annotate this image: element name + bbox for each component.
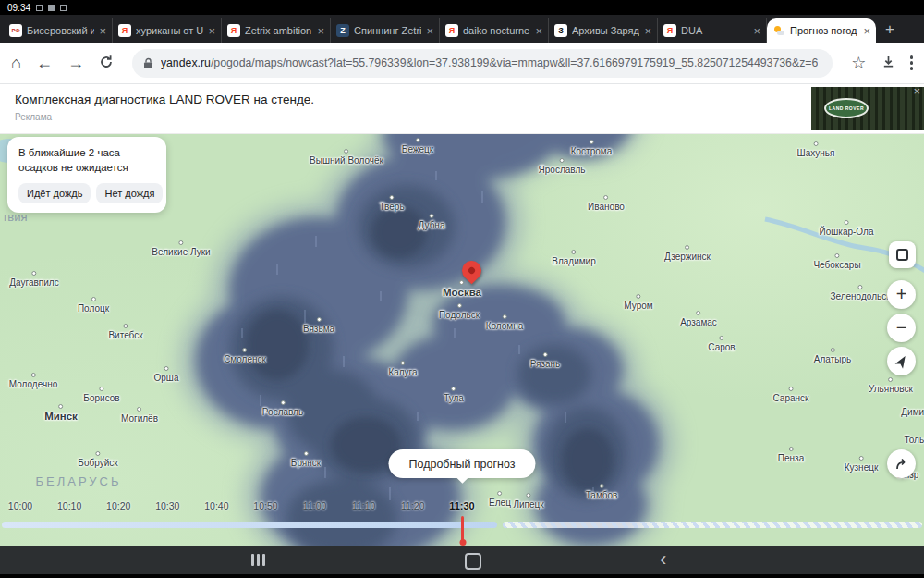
yandex-favicon-icon: Я bbox=[445, 24, 458, 37]
tab-close-icon[interactable]: × bbox=[99, 25, 106, 37]
tab-close-icon[interactable]: × bbox=[535, 25, 542, 37]
bookmark-star-icon[interactable]: ☆ bbox=[851, 55, 866, 71]
city-label: Кузнецк bbox=[845, 456, 879, 473]
timeline-tick: 11:10 bbox=[352, 500, 376, 511]
map-viewport[interactable]: ПсковВышний ВолочёкБежецкКостромаШахунья… bbox=[0, 134, 924, 546]
city-label: Полоцк bbox=[78, 297, 109, 314]
city-label: Подольск bbox=[439, 303, 480, 320]
city-label: Бобруйск bbox=[78, 451, 117, 468]
zetrix-favicon-icon: Z bbox=[336, 24, 349, 37]
tab-label: daiko nocturne s bbox=[463, 25, 530, 36]
city-label: Саров bbox=[708, 336, 735, 352]
home-icon[interactable]: ⌂ bbox=[11, 55, 21, 71]
tab-close-icon[interactable]: × bbox=[753, 25, 760, 37]
city-label: Рославль bbox=[262, 400, 303, 417]
lock-icon bbox=[143, 57, 153, 69]
tab-close-icon[interactable]: × bbox=[863, 25, 870, 37]
tab-label: Прогноз погод bbox=[790, 25, 858, 36]
city-label: Вязьма bbox=[303, 317, 334, 334]
tab-close-icon[interactable]: × bbox=[317, 25, 324, 37]
android-nav-bar: ‹ bbox=[0, 546, 924, 578]
timeline-track-past[interactable] bbox=[2, 522, 497, 528]
report-rain-button[interactable]: Идёт дождь bbox=[18, 183, 91, 203]
timeline-tick: 10:50 bbox=[253, 500, 277, 511]
tab-close-icon[interactable]: × bbox=[208, 25, 215, 37]
city-label: Тула bbox=[444, 387, 464, 403]
new-tab-button[interactable]: + bbox=[885, 20, 894, 39]
home-nav-icon[interactable] bbox=[465, 553, 481, 570]
url-domain: yandex.ru bbox=[161, 56, 211, 69]
city-label: Борисов bbox=[83, 387, 119, 403]
city-label: Могилёв bbox=[121, 407, 158, 424]
back-nav-icon[interactable]: ‹ bbox=[660, 547, 666, 572]
notification-icon bbox=[36, 5, 43, 11]
timeline-track-future[interactable] bbox=[503, 522, 922, 528]
tab[interactable]: РФБисеровский и× bbox=[4, 18, 113, 43]
region-label: БЕЛАРУСЬ bbox=[36, 474, 122, 488]
yandex-favicon-icon: Я bbox=[227, 24, 240, 37]
address-bar[interactable]: yandex.ru/pogoda/maps/nowcast?lat=55.796… bbox=[132, 49, 833, 78]
city-label: Тамбов bbox=[586, 484, 618, 500]
layers-button[interactable] bbox=[889, 241, 916, 268]
timeline-tick: 10:10 bbox=[57, 500, 81, 511]
tab-label: Спиннинг Zetrix bbox=[354, 25, 421, 36]
share-icon bbox=[894, 458, 908, 471]
zaryad-favicon-icon: З bbox=[554, 24, 567, 37]
detail-forecast-button[interactable]: Подробный прогноз bbox=[388, 449, 535, 478]
timeline-tick: 10:30 bbox=[155, 500, 179, 511]
tab-label: DUA bbox=[681, 25, 748, 36]
tab-label: Бисеровский и bbox=[27, 25, 94, 36]
tab[interactable]: ЯZetrix ambition 2× bbox=[222, 18, 331, 43]
city-label: Муром bbox=[624, 294, 652, 311]
city-label: Зеленодольск bbox=[830, 285, 890, 301]
city-label: Даугавпилс bbox=[9, 271, 58, 288]
overflow-menu-icon[interactable] bbox=[910, 55, 914, 70]
recent-apps-icon[interactable] bbox=[251, 554, 265, 566]
yandex-favicon-icon: Я bbox=[118, 24, 131, 37]
tab[interactable]: ЯDUA× bbox=[658, 18, 767, 43]
ad-title: Комплексная диагностика LAND ROVER на ст… bbox=[15, 92, 314, 106]
city-label: Вышний Волочёк bbox=[310, 149, 383, 166]
city-label: Минск bbox=[44, 404, 78, 423]
city-label: Пенза bbox=[778, 447, 804, 463]
back-icon[interactable]: ← bbox=[36, 55, 53, 71]
city-label: Москва bbox=[443, 280, 481, 299]
tab-close-icon[interactable]: × bbox=[644, 25, 651, 37]
timeline-marker-dot bbox=[459, 539, 466, 546]
timeline-tick: 11:20 bbox=[401, 500, 425, 511]
tab[interactable]: Яdaiko nocturne s× bbox=[440, 18, 549, 43]
tab[interactable]: ZСпиннинг Zetrix× bbox=[331, 18, 440, 43]
city-label: Владимир bbox=[552, 250, 596, 266]
geolocate-button[interactable] bbox=[887, 347, 916, 375]
report-no-rain-button[interactable]: Нет дождя bbox=[96, 183, 163, 203]
url-text: yandex.ru/pogoda/maps/nowcast?lat=55.796… bbox=[161, 56, 818, 69]
tab-strip: РФБисеровский и×Яхуриканы от UF×ЯZetrix … bbox=[0, 15, 924, 43]
geolocate-arrow-icon bbox=[894, 354, 909, 369]
timeline-marker[interactable] bbox=[461, 516, 464, 541]
share-button[interactable] bbox=[887, 449, 916, 478]
forward-icon[interactable]: → bbox=[67, 55, 84, 71]
city-label: Арзамас bbox=[680, 311, 717, 327]
tab-close-icon[interactable]: × bbox=[426, 25, 433, 37]
nowcast-card: В ближайшие 2 часа осадков не ожидается … bbox=[7, 137, 166, 213]
tab-label: Zetrix ambition 2 bbox=[245, 25, 312, 36]
ad-close-icon[interactable]: × bbox=[913, 84, 920, 98]
status-time: 09:34 bbox=[7, 3, 30, 13]
browser-toolbar: ⌂ ← → yandex.ru/pogoda/maps/nowcast?lat=… bbox=[0, 43, 924, 84]
download-icon[interactable] bbox=[881, 55, 895, 71]
tab-label: Архивы Зарядн bbox=[572, 25, 639, 36]
city-label: Дубна bbox=[419, 214, 445, 230]
city-label: Кострома bbox=[571, 140, 613, 156]
zoom-out-button[interactable]: − bbox=[887, 314, 916, 342]
ad-disclaimer-label: Реклама bbox=[15, 112, 52, 122]
tab[interactable]: Яхуриканы от UF× bbox=[113, 18, 222, 43]
ad-banner[interactable]: Комплексная диагностика LAND ROVER на ст… bbox=[0, 84, 924, 134]
city-label: Молодечно bbox=[9, 373, 57, 389]
city-label: Калуга bbox=[388, 361, 417, 377]
zoom-in-button[interactable]: + bbox=[887, 280, 916, 309]
city-label: Иваново bbox=[588, 195, 625, 212]
tab-active[interactable]: Прогноз погод× bbox=[767, 18, 876, 43]
tab[interactable]: ЗАрхивы Зарядн× bbox=[549, 18, 658, 43]
weather-favicon-icon bbox=[772, 24, 785, 37]
reload-icon[interactable] bbox=[99, 55, 114, 72]
